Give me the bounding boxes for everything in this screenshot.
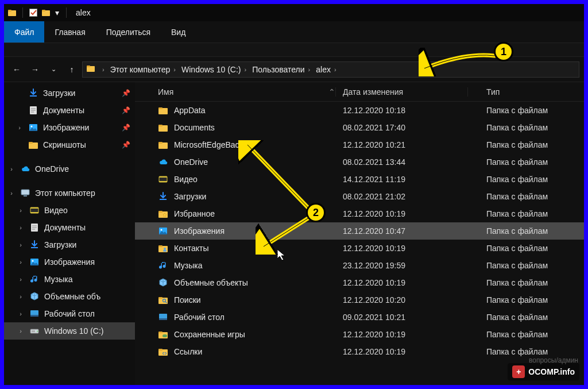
nav-item[interactable]: ›Загрузки — [4, 236, 135, 253]
svg-rect-16 — [21, 190, 29, 195]
chevron-right-icon[interactable]: › — [7, 190, 16, 197]
svg-point-13 — [31, 126, 33, 128]
breadcrumb-seg-1[interactable]: Windows 10 (C:)› — [179, 65, 249, 74]
column-headers[interactable]: Имя⌃ Дата изменения Тип — [135, 82, 584, 102]
svg-rect-36 — [158, 125, 163, 126]
doc-icon — [29, 222, 40, 233]
nav-item[interactable]: ›Музыка — [4, 271, 135, 288]
file-name: Видео — [174, 175, 198, 184]
svg-point-49 — [164, 248, 166, 250]
forward-button[interactable]: → — [27, 61, 43, 78]
file-row[interactable]: Ссылки12.12.2020 10:19Папка с файлам — [135, 343, 584, 360]
file-tab[interactable]: Файл — [4, 21, 44, 43]
file-row[interactable]: Избранное12.12.2020 10:19Папка с файлам — [135, 205, 584, 222]
file-type: Папка с файлам — [468, 175, 584, 184]
svg-rect-34 — [158, 107, 163, 109]
nav-item[interactable]: Скриншоты📌 — [4, 136, 135, 153]
nav-item[interactable]: ›Этот компьютер — [4, 184, 135, 202]
qat-overflow-icon[interactable]: ▾ — [55, 8, 59, 17]
file-list[interactable]: AppData12.12.2020 10:18Папка с файламDoc… — [135, 102, 584, 385]
body: Загрузки📌Документы📌›Изображени📌Скриншоты… — [4, 82, 584, 385]
file-date: 14.12.2021 11:19 — [336, 175, 468, 184]
file-name: Рабочий стол — [174, 313, 225, 322]
file-type: Папка с файлам — [468, 209, 584, 218]
chevron-right-icon[interactable]: › — [17, 328, 25, 334]
checkbox-icon[interactable] — [29, 8, 38, 17]
nav-item[interactable]: ›Рабочий стол — [4, 305, 135, 322]
address-bar[interactable]: › Этот компьютер› Windows 10 (C:)› Польз… — [82, 61, 579, 78]
nav-pane[interactable]: Загрузки📌Документы📌›Изображени📌Скриншоты… — [4, 82, 135, 385]
ribbon-tabs: Файл Главная Поделиться Вид — [4, 21, 584, 43]
chevron-right-icon[interactable]: › — [17, 276, 25, 283]
breadcrumb-seg-0[interactable]: Этот компьютер› — [108, 65, 178, 74]
file-row[interactable]: OneDrive08.02.2021 13:44Папка с файлам — [135, 153, 584, 171]
file-row[interactable]: Загрузки08.02.2021 21:02Папка с файлам — [135, 188, 584, 205]
nav-item[interactable]: Документы📌 — [4, 102, 135, 119]
breadcrumb-root[interactable]: › — [96, 66, 107, 73]
download-icon — [29, 240, 40, 250]
svg-point-46 — [161, 229, 163, 231]
file-type: Папка с файлам — [468, 226, 584, 236]
file-row[interactable]: Видео14.12.2021 11:19Папка с файлам — [135, 171, 584, 188]
file-date: 12.12.2020 10:19 — [336, 244, 468, 253]
nav-item[interactable]: ›Windows 10 (C:) — [4, 322, 135, 340]
file-date: 08.02.2021 13:44 — [336, 157, 468, 167]
nav-label: Рабочий стол — [44, 309, 95, 318]
breadcrumb-seg-3[interactable]: alex› — [314, 65, 338, 74]
nav-item[interactable]: ›Объемные объ — [4, 288, 135, 305]
svg-rect-59 — [163, 334, 167, 337]
back-button[interactable]: ← — [9, 61, 25, 78]
folderstar-icon — [158, 209, 168, 219]
folder-small-icon[interactable] — [41, 8, 51, 17]
nav-item[interactable]: ›OneDrive — [4, 160, 135, 178]
nav-label: Этот компьютер — [35, 188, 95, 198]
svg-rect-58 — [158, 332, 163, 333]
share-tab[interactable]: Поделиться — [96, 21, 161, 43]
file-date: 08.02.2021 17:40 — [336, 123, 468, 132]
nav-item[interactable]: ›Изображени📌 — [4, 119, 135, 136]
chevron-right-icon[interactable]: › — [17, 310, 25, 317]
col-name: Имя⌃ — [135, 87, 336, 97]
nav-item[interactable]: ›Видео — [4, 202, 135, 219]
pic-icon — [28, 122, 38, 133]
folderlink-icon — [158, 346, 168, 357]
cloud-icon — [158, 157, 168, 167]
sub-watermark: вопросы/админ — [529, 356, 578, 364]
file-row[interactable]: MicrosoftEdgeBackups12.12.2020 10:21Папк… — [135, 136, 584, 153]
pic-icon — [158, 226, 168, 236]
file-row[interactable]: Рабочий стол09.02.2021 10:21Папка с файл… — [135, 309, 584, 326]
file-row[interactable]: AppData12.12.2020 10:18Папка с файлам — [135, 102, 584, 119]
up-button[interactable]: ↑ — [64, 61, 80, 78]
chevron-right-icon[interactable]: › — [17, 259, 25, 265]
file-type: Папка с файлам — [468, 157, 584, 167]
file-row[interactable]: Изображения12.12.2020 10:47Папка с файла… — [135, 222, 584, 240]
file-row[interactable]: Объемные объекты12.12.2020 10:19Папка с … — [135, 274, 584, 291]
chevron-right-icon[interactable]: › — [17, 293, 25, 300]
watermark: +OCOMP.info — [508, 363, 579, 380]
chevron-right-icon[interactable]: › — [17, 224, 25, 231]
chevron-right-icon[interactable]: › — [16, 124, 24, 131]
file-row[interactable]: Музыка23.12.2020 19:59Папка с файлам — [135, 257, 584, 274]
file-name: Загрузки — [174, 192, 206, 201]
chevron-right-icon[interactable]: › — [17, 241, 25, 248]
nav-item[interactable]: Загрузки📌 — [4, 84, 135, 102]
file-row[interactable]: Сохраненные игры12.12.2020 10:19Папка с … — [135, 326, 584, 343]
disk-icon — [29, 326, 40, 336]
foldersearch-icon — [158, 295, 168, 305]
chevron-right-icon[interactable]: › — [17, 207, 25, 214]
chevron-right-icon[interactable]: › — [7, 165, 16, 172]
desk-icon — [29, 309, 40, 319]
home-tab[interactable]: Главная — [44, 21, 95, 43]
view-tab[interactable]: Вид — [161, 21, 196, 43]
file-row[interactable]: Поиски12.12.2020 10:20Папка с файлам — [135, 291, 584, 309]
download-icon — [158, 191, 168, 202]
nav-item[interactable]: ›Изображения — [4, 253, 135, 271]
window-title: alex — [76, 8, 91, 17]
file-row[interactable]: Контакты12.12.2020 10:19Папка с файлам — [135, 240, 584, 257]
nav-label: Видео — [44, 206, 68, 215]
breadcrumb-folder-icon — [86, 64, 95, 75]
nav-item[interactable]: ›Документы — [4, 219, 135, 236]
history-dropdown[interactable]: ⌄ — [45, 61, 61, 78]
breadcrumb-seg-2[interactable]: Пользователи› — [250, 65, 312, 74]
file-row[interactable]: Documents08.02.2021 17:40Папка с файлам — [135, 119, 584, 136]
